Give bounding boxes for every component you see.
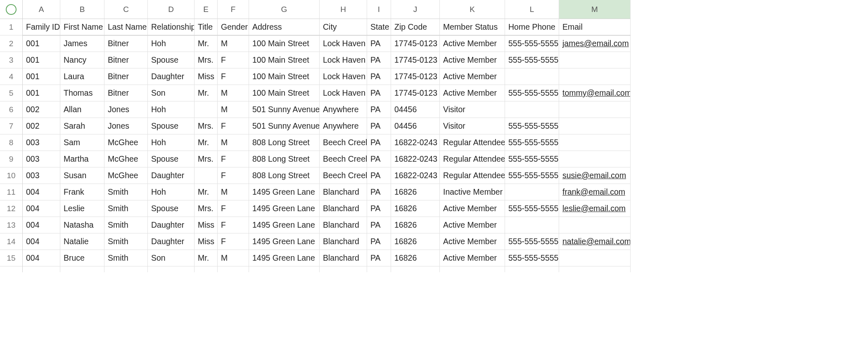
- data-cell[interactable]: M: [218, 134, 249, 151]
- email-link[interactable]: tommy@email.com: [562, 88, 631, 98]
- data-cell[interactable]: F: [218, 167, 249, 184]
- data-cell[interactable]: [559, 151, 631, 167]
- data-cell[interactable]: Smith: [104, 217, 148, 233]
- data-cell[interactable]: Spouse: [148, 200, 194, 217]
- data-cell[interactable]: Son: [148, 250, 194, 266]
- data-cell[interactable]: Susan: [60, 167, 104, 184]
- data-cell[interactable]: 16826: [391, 233, 440, 250]
- row-header-5[interactable]: 5: [0, 85, 23, 101]
- header-cell[interactable]: Address: [249, 19, 320, 35]
- data-cell[interactable]: F: [218, 200, 249, 217]
- data-cell[interactable]: M: [218, 250, 249, 266]
- data-cell[interactable]: Jones: [104, 101, 148, 118]
- data-cell[interactable]: Martha: [60, 151, 104, 167]
- data-cell[interactable]: 04456: [391, 101, 440, 118]
- data-cell[interactable]: [194, 101, 218, 118]
- data-cell[interactable]: 555-555-5555: [505, 167, 559, 184]
- data-cell[interactable]: F: [218, 118, 249, 134]
- data-cell[interactable]: 501 Sunny Avenue: [249, 101, 320, 118]
- data-cell[interactable]: 04456: [391, 118, 440, 134]
- data-cell[interactable]: [559, 118, 631, 134]
- column-header-g[interactable]: G: [249, 0, 320, 19]
- data-cell[interactable]: Mr.: [194, 184, 218, 200]
- column-header-f[interactable]: F: [218, 0, 249, 19]
- data-cell[interactable]: 100 Main Street: [249, 52, 320, 68]
- data-cell[interactable]: PA: [367, 250, 391, 266]
- data-cell[interactable]: Smith: [104, 200, 148, 217]
- row-header-empty[interactable]: [0, 266, 23, 272]
- row-header-3[interactable]: 3: [0, 52, 23, 68]
- data-cell[interactable]: 003: [23, 167, 60, 184]
- data-cell[interactable]: 555-555-5555: [505, 250, 559, 266]
- header-cell[interactable]: Title: [194, 19, 218, 35]
- data-cell[interactable]: Nancy: [60, 52, 104, 68]
- data-cell[interactable]: Blanchard: [320, 250, 367, 266]
- header-cell[interactable]: Gender: [218, 19, 249, 35]
- data-cell[interactable]: 16826: [391, 250, 440, 266]
- data-cell[interactable]: Mr.: [194, 35, 218, 52]
- data-cell-empty[interactable]: [391, 266, 440, 272]
- data-cell[interactable]: Lock Haven: [320, 35, 367, 52]
- data-cell[interactable]: [559, 101, 631, 118]
- data-cell[interactable]: Hoh: [148, 35, 194, 52]
- data-cell[interactable]: Smith: [104, 250, 148, 266]
- data-cell[interactable]: Mr.: [194, 250, 218, 266]
- data-cell[interactable]: Mrs.: [194, 151, 218, 167]
- email-link[interactable]: frank@email.com: [562, 187, 625, 197]
- column-header-l[interactable]: L: [505, 0, 559, 19]
- data-cell[interactable]: james@email.com: [559, 35, 631, 52]
- data-cell[interactable]: Miss: [194, 68, 218, 85]
- data-cell[interactable]: 555-555-5555: [505, 200, 559, 217]
- data-cell[interactable]: PA: [367, 167, 391, 184]
- data-cell[interactable]: Bitner: [104, 85, 148, 101]
- column-header-i[interactable]: I: [367, 0, 391, 19]
- column-header-j[interactable]: J: [391, 0, 440, 19]
- data-cell[interactable]: 002: [23, 118, 60, 134]
- data-cell[interactable]: 555-555-5555: [505, 35, 559, 52]
- data-cell[interactable]: M: [218, 85, 249, 101]
- data-cell[interactable]: PA: [367, 200, 391, 217]
- data-cell[interactable]: 001: [23, 85, 60, 101]
- row-header-9[interactable]: 9: [0, 151, 23, 167]
- row-header-15[interactable]: 15: [0, 250, 23, 266]
- data-cell[interactable]: 555-555-5555: [505, 118, 559, 134]
- data-cell[interactable]: 555-555-5555: [505, 233, 559, 250]
- data-cell-empty[interactable]: [320, 266, 367, 272]
- data-cell[interactable]: Lock Haven: [320, 85, 367, 101]
- data-cell[interactable]: Active Member: [440, 200, 505, 217]
- data-cell[interactable]: 16822-0243: [391, 134, 440, 151]
- data-cell[interactable]: 1495 Green Lane: [249, 233, 320, 250]
- data-cell[interactable]: Miss: [194, 233, 218, 250]
- data-cell[interactable]: 808 Long Street: [249, 134, 320, 151]
- column-header-d[interactable]: D: [148, 0, 194, 19]
- header-cell[interactable]: Email: [559, 19, 631, 35]
- column-header-h[interactable]: H: [320, 0, 367, 19]
- data-cell[interactable]: [505, 101, 559, 118]
- data-cell[interactable]: 16826: [391, 217, 440, 233]
- data-cell[interactable]: Beech Creek: [320, 167, 367, 184]
- data-cell-empty[interactable]: [559, 266, 631, 272]
- data-cell[interactable]: Active Member: [440, 217, 505, 233]
- data-cell[interactable]: Daughter: [148, 68, 194, 85]
- data-cell[interactable]: Son: [148, 85, 194, 101]
- data-cell[interactable]: 004: [23, 217, 60, 233]
- data-cell[interactable]: Blanchard: [320, 217, 367, 233]
- data-cell[interactable]: 808 Long Street: [249, 151, 320, 167]
- data-cell[interactable]: natalie@email.com: [559, 233, 631, 250]
- email-link[interactable]: susie@email.com: [562, 171, 626, 180]
- data-cell[interactable]: PA: [367, 85, 391, 101]
- header-cell[interactable]: Member Status: [440, 19, 505, 35]
- row-header-2[interactable]: 2: [0, 35, 23, 52]
- data-cell[interactable]: 004: [23, 200, 60, 217]
- data-cell[interactable]: F: [218, 217, 249, 233]
- data-cell[interactable]: 555-555-5555: [505, 134, 559, 151]
- data-cell[interactable]: PA: [367, 68, 391, 85]
- data-cell[interactable]: 004: [23, 250, 60, 266]
- column-header-m[interactable]: M: [559, 0, 631, 19]
- data-cell[interactable]: Thomas: [60, 85, 104, 101]
- data-cell[interactable]: 555-555-5555: [505, 85, 559, 101]
- data-cell[interactable]: Anywhere: [320, 101, 367, 118]
- data-cell-empty[interactable]: [60, 266, 104, 272]
- column-header-e[interactable]: E: [194, 0, 218, 19]
- data-cell[interactable]: PA: [367, 52, 391, 68]
